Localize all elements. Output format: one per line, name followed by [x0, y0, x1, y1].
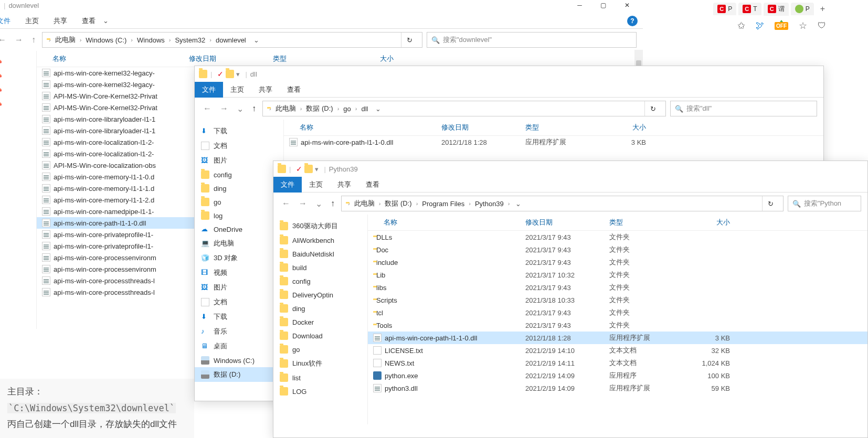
bird-icon[interactable]: 🕊 [756, 21, 764, 30]
ribbon-tab-view[interactable]: 查看 [358, 177, 387, 193]
nav-item[interactable]: BaiduNetdiskI [273, 247, 367, 261]
up-button[interactable]: ↑ [29, 33, 38, 47]
breadcrumb[interactable]: Program Files [420, 199, 467, 209]
ribbon-tab-file[interactable]: 文件 [0, 13, 18, 29]
breadcrumb[interactable]: go [341, 104, 353, 114]
browser-tab[interactable]: CT [738, 3, 761, 15]
file-list[interactable]: 名称 修改日期 类型 大小 DLLs2021/3/17 9:43文件夹Doc20… [368, 215, 867, 424]
back-button[interactable]: ← [280, 197, 292, 210]
pin-icon[interactable]: 📌 [0, 86, 34, 98]
nav-item[interactable]: go [195, 195, 283, 209]
column-headers[interactable]: 名称 修改日期 类型 大小 [37, 51, 643, 67]
column-type[interactable]: 类型 [273, 54, 352, 63]
column-size[interactable]: 大小 [688, 218, 740, 227]
overflow-icon[interactable]: ▾ [315, 165, 319, 173]
nav-item[interactable]: ⬇下载 [195, 124, 283, 138]
search-input[interactable]: 🔍 搜索"Python [788, 196, 861, 211]
browser-tab[interactable]: C谓 [764, 3, 789, 16]
nav-item[interactable]: AliWorkbench [273, 233, 367, 247]
recent-button[interactable]: ⌄ [313, 197, 324, 211]
refresh-button[interactable]: ↻ [401, 33, 418, 47]
nav-item[interactable]: 🎞视频 [195, 265, 283, 280]
up-button[interactable]: ↑ [250, 102, 258, 115]
file-row[interactable]: include2021/3/17 9:43文件夹 [368, 256, 867, 269]
nav-item[interactable]: ding [273, 302, 367, 315]
nav-item[interactable]: LOG [273, 384, 367, 398]
refresh-button[interactable]: ↻ [762, 196, 779, 211]
breadcrumb[interactable]: Windows [135, 35, 167, 45]
nav-item[interactable]: go [273, 343, 367, 356]
chevron-down-icon[interactable]: ⌄ [250, 36, 262, 44]
minimize-button[interactable]: ─ [568, 0, 591, 13]
back-button[interactable]: ← [0, 33, 8, 47]
refresh-button[interactable]: ↻ [644, 101, 661, 116]
nav-item[interactable]: DeliveryOptin [273, 288, 367, 302]
column-date[interactable]: 修改日期 [189, 54, 273, 63]
back-button[interactable]: ← [201, 102, 214, 115]
file-row[interactable]: python.exe2021/2/19 14:09应用程序100 KB [368, 369, 867, 382]
nav-item[interactable]: build [273, 261, 367, 274]
ribbon-tab-share[interactable]: 共享 [46, 13, 75, 29]
file-row[interactable]: api-ms-win-core-path-l1-1-0.dll2012/1/18… [284, 136, 823, 148]
nav-item[interactable]: ding [195, 181, 283, 195]
forward-button[interactable]: → [13, 33, 25, 47]
nav-item[interactable]: 文档 [195, 295, 283, 309]
breadcrumb[interactable]: downlevel [214, 35, 248, 45]
titlebar[interactable]: ▾ | downlevel ─ ▢ ✕ [0, 0, 643, 13]
maximize-button[interactable]: ▢ [591, 0, 615, 13]
breadcrumb[interactable]: 数据 (D:) [304, 103, 335, 114]
nav-item[interactable]: 💻此电脑 [195, 236, 283, 251]
nav-item[interactable]: Docker [273, 315, 367, 329]
breadcrumb[interactable]: 数据 (D:) [383, 198, 414, 209]
titlebar[interactable]: | ✓ ▾ | dll [195, 66, 823, 82]
nav-item[interactable]: 🖼图片 [195, 153, 283, 168]
address-bar[interactable]: › 此电脑› 数据 (D:)› Program Files› Python39›… [341, 196, 784, 211]
column-name[interactable]: 名称 [368, 218, 525, 227]
column-headers[interactable]: 名称 修改日期 类型 大小 [284, 120, 823, 136]
titlebar[interactable]: | ✓ ▾ | Python39 [273, 161, 867, 177]
ribbon-tab-home[interactable]: 主页 [223, 82, 251, 98]
file-row[interactable]: tcl2021/3/17 9:43文件夹 [368, 306, 867, 319]
nav-item[interactable]: config [273, 274, 367, 288]
breadcrumb[interactable]: 此电脑 [273, 103, 298, 114]
nav-item[interactable]: 🖼图片 [195, 280, 283, 295]
forward-button[interactable]: → [297, 197, 309, 210]
file-row[interactable]: Lib2021/3/17 10:32文件夹 [368, 269, 867, 281]
favorite-icon[interactable]: ✩ [737, 20, 745, 31]
column-size[interactable]: 大小 [604, 123, 657, 132]
nav-item[interactable]: 360驱动大师目 [273, 219, 367, 233]
nav-item[interactable]: ⬇下载 [195, 309, 283, 324]
star-icon[interactable]: ☆ [799, 20, 807, 31]
new-tab-button[interactable]: + [816, 2, 829, 16]
nav-item[interactable]: Linux软件 [273, 356, 367, 371]
pin-icon[interactable]: 📌 [0, 71, 34, 83]
nav-item[interactable]: 🖥桌面 [195, 339, 283, 354]
ribbon-tab-home[interactable]: 主页 [18, 13, 46, 29]
column-date[interactable]: 修改日期 [525, 218, 609, 227]
file-row[interactable]: libs2021/3/17 9:43文件夹 [368, 281, 867, 294]
column-type[interactable]: 类型 [609, 218, 688, 227]
file-row[interactable]: Tools2021/3/17 9:43文件夹 [368, 319, 867, 332]
breadcrumb[interactable]: 此电脑 [352, 198, 377, 209]
chevron-down-icon[interactable]: ⌄ [512, 200, 524, 208]
column-headers[interactable]: 名称 修改日期 类型 大小 [368, 215, 867, 231]
ribbon-tab-share[interactable]: 共享 [330, 177, 358, 193]
nav-item[interactable]: config [195, 168, 283, 181]
file-row[interactable]: NEWS.txt2021/2/19 14:11文本文档1,024 KB [368, 357, 867, 369]
shield-icon[interactable]: 🛡 [818, 21, 826, 30]
up-button[interactable]: ↑ [329, 197, 337, 210]
ribbon-tab-file[interactable]: 文件 [273, 177, 302, 193]
file-row[interactable]: python3.dll2021/2/19 14:09应用程序扩展59 KB [368, 382, 867, 394]
nav-item[interactable]: 数据 (D:) [195, 367, 283, 382]
address-bar[interactable]: › 此电脑› 数据 (D:)› go› dll ⌄ ↻ [262, 101, 666, 116]
nav-pane[interactable]: ⬇下载文档🖼图片configdinggolog☁OneDrive💻此电脑🧊3D … [195, 120, 284, 382]
forward-button[interactable]: → [218, 102, 230, 115]
breadcrumb[interactable]: dll [359, 104, 370, 114]
pin-icon[interactable]: 📌 [0, 100, 34, 112]
file-row[interactable]: api-ms-win-core-path-l1-1-0.dll2012/1/18… [368, 332, 867, 344]
nav-pane[interactable]: 📌 📌 📌 📌 [0, 51, 37, 329]
ribbon-tab-view[interactable]: 查看 [75, 13, 103, 29]
breadcrumb[interactable]: 此电脑 [53, 34, 78, 46]
nav-item[interactable]: ♪音乐 [195, 324, 283, 339]
ribbon-tab-share[interactable]: 共享 [251, 82, 280, 98]
